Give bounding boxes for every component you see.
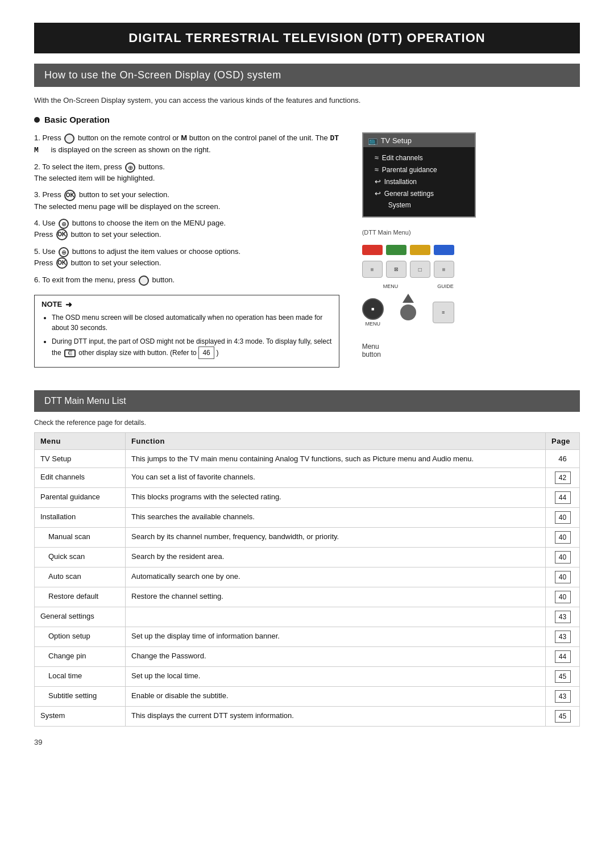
table-cell-function: This blocks programs with the selected r… xyxy=(126,488,546,508)
table-header-row: Menu Function Page xyxy=(35,432,580,449)
table-row: Local timeSet up the local time.45 xyxy=(35,667,580,687)
remote-area: ≡ ⊠ □ ≡ MENU GUIDE ■ MENU xyxy=(362,245,454,332)
table-cell-function: This searches the available channels. xyxy=(126,508,546,528)
steps-column: 1. Press button on the remote control or… xyxy=(34,132,339,377)
menu-text-label: MENU xyxy=(363,283,399,289)
nav-icon-2: ⊕ xyxy=(59,219,69,229)
note-box: NOTE ➜ The OSD menu screen will be close… xyxy=(34,295,339,368)
osd-menu-item-3: ↩ Installation xyxy=(372,176,466,187)
table-cell-menu: Option setup xyxy=(35,627,126,647)
osd-menu-box: 📺 TV Setup ≈ Edit channels ≈ Parental gu… xyxy=(362,132,476,218)
osd-menu-item-1: ≈ Edit channels xyxy=(372,152,466,164)
table-cell-function: This jumps to the TV main menu containin… xyxy=(126,449,546,468)
menu-button-label-row: Menubutton xyxy=(362,343,381,358)
table-row: InstallationThis searches the available … xyxy=(35,508,580,528)
osd-caption: (DTT Main Menu) xyxy=(362,229,411,236)
edit-channels-icon: ≈ xyxy=(375,153,379,162)
tv-icon: 📺 xyxy=(368,136,377,145)
table-cell-menu: Parental guidance xyxy=(35,488,126,508)
table-cell-function: Search by its channel number, frequency,… xyxy=(126,528,546,548)
table-cell-page: 45 xyxy=(546,707,580,727)
table-row: Change pinChange the Password.44 xyxy=(35,647,580,667)
step-4: 4. Use ⊕ buttons to choose the item on t… xyxy=(34,218,339,240)
nav-icon: ⊕ xyxy=(125,162,135,173)
bullet-icon xyxy=(34,117,40,123)
table-cell-page: 45 xyxy=(546,667,580,687)
blue-button[interactable] xyxy=(434,245,454,255)
step-3: 3. Press OK button to set your selection… xyxy=(34,189,339,212)
menu-circle-button[interactable]: ■ xyxy=(362,298,384,320)
table-cell-function: Search by the resident area. xyxy=(126,548,546,567)
note-arrow-icon: ➜ xyxy=(65,300,72,309)
table-cell-page: 44 xyxy=(546,647,580,667)
display-size-icon: ⋶ xyxy=(64,349,76,357)
table-cell-function: Automatically search one by one. xyxy=(126,567,546,587)
color-buttons-row xyxy=(362,245,454,255)
guide-right-button[interactable]: ≡ xyxy=(433,302,454,323)
refer-page: 46 xyxy=(198,347,214,359)
d-pad xyxy=(388,293,428,332)
remote-labels: MENU GUIDE xyxy=(363,283,454,289)
table-row: SystemThis displays the current DTT syst… xyxy=(35,707,580,727)
d-pad-up-arrow[interactable] xyxy=(403,294,414,303)
parental-guidance-label: Parental guidance xyxy=(382,166,437,174)
table-row: Option setupSet up the display time of i… xyxy=(35,627,580,647)
table-row: General settings43 xyxy=(35,607,580,627)
right-column: 📺 TV Setup ≈ Edit channels ≈ Parental gu… xyxy=(362,132,580,377)
remote-icon-row: ≡ ⊠ □ ≡ xyxy=(362,261,454,278)
note-item-1: The OSD menu screen will be closed autom… xyxy=(52,312,332,333)
table-cell-menu: Edit channels xyxy=(35,468,126,488)
table-cell-page: 40 xyxy=(546,528,580,548)
remote-bottom-row: ■ MENU ≡ xyxy=(362,293,454,332)
osd-menu-item-4: ↩ General settings xyxy=(372,187,466,199)
note-item-2: During DTT input, the part of OSD might … xyxy=(52,336,332,359)
yellow-button[interactable] xyxy=(410,245,430,255)
table-cell-function: You can set a list of favorite channels. xyxy=(126,468,546,488)
table-cell-function xyxy=(126,607,546,627)
ok-icon: OK xyxy=(64,190,76,201)
table-cell-page: 43 xyxy=(546,607,580,627)
general-settings-label: General settings xyxy=(384,190,434,198)
menu-circle-label: MENU xyxy=(365,321,380,327)
table-row: Manual scanSearch by its channel number,… xyxy=(35,528,580,548)
intro-text: With the On-Screen Display system, you c… xyxy=(34,96,580,105)
guide-text-label: GUIDE xyxy=(437,283,454,289)
remote-list-button[interactable]: ≡ xyxy=(362,261,383,278)
menu-remote-icon xyxy=(64,133,74,144)
general-settings-icon: ↩ xyxy=(375,189,381,198)
table-cell-menu: Change pin xyxy=(35,647,126,667)
table-cell-function: Set up the display time of information b… xyxy=(126,627,546,647)
table-cell-page: 43 xyxy=(546,627,580,647)
installation-icon: ↩ xyxy=(375,177,381,186)
green-button[interactable] xyxy=(386,245,406,255)
d-pad-center xyxy=(400,304,416,320)
col-page-header: Page xyxy=(546,432,580,449)
table-cell-menu: Local time xyxy=(35,667,126,687)
table-cell-menu: General settings xyxy=(35,607,126,627)
nav-icon-3: ⊕ xyxy=(59,247,69,257)
table-row: Parental guidanceThis blocks programs wi… xyxy=(35,488,580,508)
table-cell-page: 40 xyxy=(546,567,580,587)
remote-exit-button[interactable]: ⊠ xyxy=(386,261,406,278)
menu-button-label: Menubutton xyxy=(362,343,381,358)
col-menu-header: Menu xyxy=(35,432,126,449)
remote-info-button[interactable]: □ xyxy=(410,261,430,278)
step-1: 1. Press button on the remote control or… xyxy=(34,132,339,156)
table-cell-page: 40 xyxy=(546,587,580,607)
table-cell-menu: TV Setup xyxy=(35,449,126,468)
remote-guide-button[interactable]: ≡ xyxy=(434,261,454,278)
red-button[interactable] xyxy=(362,245,383,255)
table-cell-function: Enable or disable the subtitle. xyxy=(126,687,546,707)
table-cell-page: 46 xyxy=(546,449,580,468)
step-5: 5. Use ⊕ buttons to adjust the item valu… xyxy=(34,246,339,269)
page-title: DIGITAL TERRESTRIAL TELEVISION (DTT) OPE… xyxy=(34,23,580,53)
table-cell-function: Set up the local time. xyxy=(126,667,546,687)
osd-section-title: How to use the On-Screen Display (OSD) s… xyxy=(34,64,580,87)
table-row: Auto scanAutomatically search one by one… xyxy=(35,567,580,587)
basic-operation-title: Basic Operation xyxy=(34,115,580,124)
table-cell-menu: Subtitle setting xyxy=(35,687,126,707)
osd-menu-item-2: ≈ Parental guidance xyxy=(372,164,466,176)
table-row: Quick scanSearch by the resident area.40 xyxy=(35,548,580,567)
table-cell-function: Restore the channel setting. xyxy=(126,587,546,607)
table-cell-menu: System xyxy=(35,707,126,727)
